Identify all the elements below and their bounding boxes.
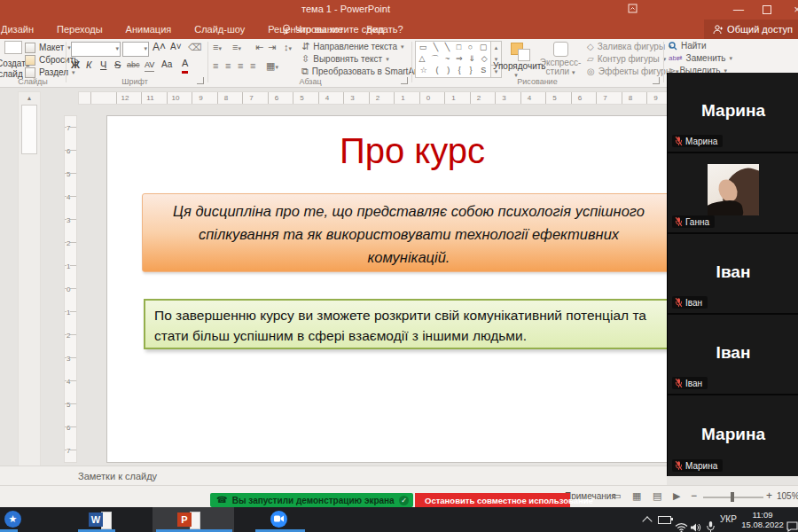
language-indicator[interactable]: УКР bbox=[720, 514, 737, 524]
shape-fill-button[interactable]: ◇Заливка фигуры▾ bbox=[587, 41, 672, 52]
justify-button[interactable]: ≡ bbox=[250, 60, 255, 71]
layout-button[interactable]: Макет▾ bbox=[25, 42, 71, 53]
clear-formatting-button[interactable]: ⌫ bbox=[188, 41, 202, 53]
slide-title[interactable]: Про курс bbox=[106, 128, 718, 174]
character-spacing-button[interactable]: AV bbox=[145, 59, 154, 72]
columns-button[interactable]: ▦▾ bbox=[266, 60, 278, 72]
zoom-out-button[interactable]: − bbox=[691, 489, 697, 502]
decrease-indent-button[interactable]: ⇤ bbox=[255, 42, 263, 53]
clock[interactable]: 11:09 15.08.2022 bbox=[738, 510, 787, 529]
subscript-button[interactable]: abc bbox=[127, 59, 140, 71]
share-button[interactable]: Общий доступ bbox=[704, 20, 798, 39]
strikethrough-button[interactable]: S bbox=[114, 59, 121, 71]
line-spacing-button[interactable]: ↕▾ bbox=[284, 42, 292, 52]
taskbar-zoom-button[interactable] bbox=[270, 511, 287, 528]
ribbon-display-options-button[interactable] bbox=[621, 2, 644, 18]
shape-icon[interactable]: ▢ bbox=[480, 42, 488, 53]
h-ruler-number: 2 bbox=[374, 94, 381, 102]
notes-pane[interactable]: Заметки к слайду bbox=[0, 466, 667, 486]
font-dialog-launcher[interactable] bbox=[197, 77, 204, 84]
normal-view-icon[interactable]: ▭ bbox=[612, 490, 621, 502]
shape-outline-button[interactable]: ▱Контур фигуры▾ bbox=[587, 53, 666, 65]
shape-icon[interactable]: ⌒ bbox=[431, 53, 439, 65]
tray-expand-chevron[interactable] bbox=[642, 516, 652, 526]
shape-icon[interactable]: ▭ bbox=[419, 42, 427, 53]
action-center-icon[interactable] bbox=[786, 514, 798, 532]
wifi-icon[interactable] bbox=[675, 515, 688, 532]
participant-tile-Марина[interactable]: МаринаМарина bbox=[668, 73, 798, 153]
zoom-slider-thumb[interactable] bbox=[731, 492, 734, 502]
thumbnail-pane-scrollbar[interactable]: ▴ ▾ bbox=[18, 91, 41, 499]
shape-icon[interactable]: ⇓ bbox=[468, 53, 475, 65]
shape-icon[interactable]: ╲ bbox=[434, 42, 438, 53]
taskbar-star-app-button[interactable]: ★ bbox=[4, 511, 21, 528]
tab-Анимация[interactable]: Анимация bbox=[114, 24, 184, 35]
font-size-combo[interactable]: ▾ bbox=[122, 42, 149, 57]
shape-icon[interactable]: ○ bbox=[468, 42, 473, 53]
phone-icon: ☎ bbox=[216, 493, 227, 507]
maximize-button[interactable] bbox=[755, 2, 778, 18]
shape-icon[interactable]: ☆ bbox=[420, 65, 427, 76]
text-direction-button[interactable]: ⇵Направление текста▾ bbox=[301, 41, 404, 52]
slide-sorter-icon[interactable]: ▦ bbox=[632, 490, 641, 502]
shape-icon[interactable]: } bbox=[469, 65, 472, 76]
shape-icon[interactable]: △ bbox=[419, 53, 425, 65]
tell-me-box[interactable]: Что вы хотите сделать? bbox=[282, 20, 403, 39]
bold-button[interactable]: Ж bbox=[71, 59, 80, 71]
battery-icon[interactable] bbox=[658, 516, 671, 524]
taskbar-word-button[interactable]: W bbox=[89, 511, 112, 528]
participant-tile-Ганна[interactable]: Ганна bbox=[668, 153, 798, 234]
increase-indent-button[interactable]: ⇥ bbox=[268, 42, 276, 53]
convert-smartart-button[interactable]: ⧉Преобразовать в SmartArt▾ bbox=[301, 66, 426, 77]
drawing-dialog-launcher[interactable] bbox=[653, 77, 660, 84]
shape-effects-button[interactable]: ◎Эффекты фигуры▾ bbox=[587, 66, 679, 77]
zoom-in-button[interactable]: + bbox=[766, 489, 772, 502]
shape-icon[interactable]: ⇒ bbox=[456, 53, 463, 65]
participant-tile-Марина[interactable]: МаринаМарина bbox=[668, 395, 798, 476]
shape-icon[interactable]: ╲ bbox=[445, 42, 450, 53]
participant-tile-Іван[interactable]: ІванІван bbox=[668, 315, 798, 395]
reading-view-icon[interactable]: ▤ bbox=[653, 490, 661, 502]
taskbar-powerpoint-button[interactable]: P bbox=[177, 511, 200, 528]
speaker-icon[interactable] bbox=[691, 515, 701, 532]
align-right-button[interactable]: ≡ bbox=[238, 60, 243, 71]
scrollbar-thumb[interactable] bbox=[21, 105, 37, 154]
shrink-font-button[interactable]: А˅ bbox=[170, 41, 182, 53]
tab-Переходы[interactable]: Переходы bbox=[45, 24, 114, 35]
paragraph-dialog-launcher[interactable] bbox=[401, 77, 408, 84]
shape-icon[interactable]: ) bbox=[447, 65, 450, 76]
close-button[interactable]: × bbox=[786, 2, 798, 18]
font-name-combo[interactable]: ▾ bbox=[71, 42, 121, 57]
zoom-level[interactable]: 105% bbox=[777, 491, 798, 501]
font-color-button[interactable]: А bbox=[182, 59, 188, 74]
underline-button[interactable]: Ч bbox=[100, 59, 106, 71]
slide-textbox-outcome[interactable]: По завершенню курсу ви зможете розкрити … bbox=[144, 299, 677, 349]
replace-button[interactable]: ab⇄Заменить▾ bbox=[669, 52, 732, 64]
participant-tile-Іван[interactable]: ІванІван bbox=[668, 234, 798, 315]
scroll-up-icon[interactable]: ▴ bbox=[491, 42, 501, 53]
tab-Слайд-шоу[interactable]: Слайд-шоу bbox=[183, 24, 256, 35]
shape-icon[interactable]: ~ bbox=[445, 53, 450, 65]
grow-font-button[interactable]: А˄ bbox=[153, 41, 166, 53]
minimize-button[interactable]: — bbox=[727, 2, 750, 18]
slideshow-icon[interactable]: ▶ bbox=[673, 490, 680, 502]
tab-Дизайн[interactable]: Дизайн bbox=[0, 24, 45, 35]
microphone-icon[interactable] bbox=[707, 514, 715, 532]
italic-button[interactable]: К bbox=[86, 59, 91, 71]
scrollbar-up-icon[interactable]: ▴ bbox=[19, 92, 40, 104]
shape-icon[interactable]: ( bbox=[436, 65, 439, 76]
stop-share-button[interactable]: Остановить совместное использование bbox=[415, 493, 570, 507]
change-case-button[interactable]: Aa bbox=[161, 59, 172, 71]
slide-textbox-intro[interactable]: Ця дисципліна про те, що представляє соб… bbox=[142, 193, 676, 272]
shape-icon[interactable]: { bbox=[458, 65, 461, 76]
shape-icon[interactable]: ◇ bbox=[481, 53, 488, 65]
bullets-button[interactable]: ≡▾ bbox=[213, 42, 222, 52]
find-button[interactable]: Найти bbox=[669, 40, 707, 51]
align-center-button[interactable]: ≡ bbox=[225, 60, 231, 71]
numbering-button[interactable]: ≡▾ bbox=[232, 42, 241, 52]
shape-icon[interactable]: □ bbox=[457, 42, 461, 53]
align-left-button[interactable]: ≡ bbox=[213, 60, 218, 71]
align-text-button[interactable]: ⇳Выровнять текст▾ bbox=[301, 53, 389, 65]
shape-icon[interactable]: S bbox=[481, 65, 486, 76]
shapes-gallery[interactable]: ▭╲╲□○▢△⌒~⇒⇓◇☆(){}S bbox=[415, 41, 491, 78]
